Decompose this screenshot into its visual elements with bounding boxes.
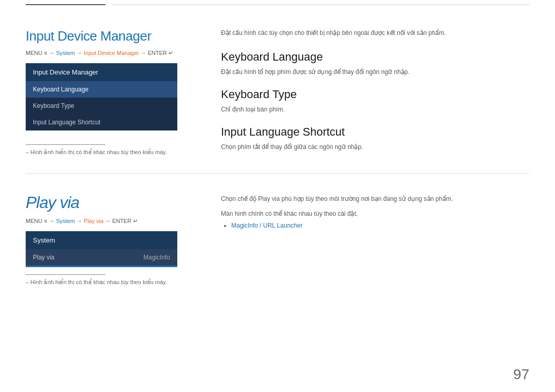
menu-path-prefix: MENU ≡ → (26, 50, 56, 56)
section2-right: Chọn chế độ Play via phù hợp tùy theo mô… (200, 179, 555, 296)
keyboard-type-title: Keyboard Type (221, 88, 529, 101)
keyboard-language-title: Keyboard Language (221, 50, 529, 64)
menu2-prefix: MENU ≡ → (26, 218, 56, 224)
section2-note: – Hình ảnh hiển thị có thể khác nhau tùy… (26, 279, 185, 286)
section1-divider (26, 144, 105, 145)
bottom-accent-bar (26, 266, 177, 267)
section1-right-desc: Đặt cấu hình các tùy chọn cho thiết bị n… (221, 28, 529, 38)
playvia-value: MagicInfo (143, 254, 170, 261)
section2-title: Play via (26, 193, 185, 212)
section1-right: Đặt cấu hình các tùy chọn cho thiết bị n… (200, 13, 555, 173)
menu2-system: System (56, 218, 75, 224)
menu-path-idm: Input Device Manager (84, 50, 139, 56)
playvia-list-item: MagicInfo / URL Launcher (231, 222, 529, 229)
keyboard-language-desc: Đặt cấu hình tổ hợp phím được sử dụng để… (221, 67, 529, 77)
input-language-shortcut-title: Input Language Shortcut (221, 125, 529, 139)
menu2-playvia-row[interactable]: Play via MagicInfo (26, 249, 177, 266)
menu-item-keyboard-language[interactable]: Keyboard Language (26, 81, 177, 98)
menu2-playvia: Play via (84, 218, 104, 224)
section2-menu-box: System Play via MagicInfo (26, 231, 177, 266)
section2-menu-path: MENU ≡ → System → Play via → ENTER ↵ (26, 217, 185, 225)
menu2-arrow1: → (75, 218, 84, 224)
menu-item-input-language-shortcut[interactable]: Input Language Shortcut (26, 114, 177, 130)
section2-divider (26, 274, 105, 275)
top-bar-right-line (112, 5, 529, 5)
playvia-right-desc1: Chọn chế độ Play via phù hợp tùy theo mô… (221, 194, 529, 204)
section2-menu-box-header: System (26, 231, 177, 249)
top-bar-left-line (26, 4, 105, 5)
section2-left: Play via MENU ≡ → System → Play via → EN… (0, 179, 200, 296)
section1-left: Input Device Manager MENU ≡ → System → I… (0, 13, 200, 173)
menu-box-header: Input Device Manager (26, 63, 177, 81)
input-language-shortcut-desc: Chọn phím tắt để thay đổi giữa các ngôn … (221, 142, 529, 152)
playvia-list: MagicInfo / URL Launcher (221, 222, 529, 229)
menu-path-arrow2: → ENTER ↵ (139, 50, 173, 56)
page-number: 97 (513, 366, 529, 383)
keyboard-type-desc: Chỉ định loại bàn phím. (221, 105, 529, 114)
section1-menu-path: MENU ≡ → System → Input Device Manager →… (26, 49, 185, 57)
playvia-label: Play via (33, 254, 54, 261)
section1-menu-box: Input Device Manager Keyboard Language K… (26, 63, 177, 130)
menu-path-system: System (56, 50, 75, 56)
menu-path-arrow1: → (75, 50, 84, 56)
menu-item-keyboard-type[interactable]: Keyboard Type (26, 98, 177, 114)
section1-title: Input Device Manager (26, 28, 185, 44)
menu2-arrow2: → ENTER ↵ (103, 218, 137, 224)
playvia-right-desc2: Màn hình chính có thể khác nhau tùy theo… (221, 209, 529, 219)
section1-note: – Hình ảnh hiển thị có thể khác nhau tùy… (26, 149, 185, 156)
